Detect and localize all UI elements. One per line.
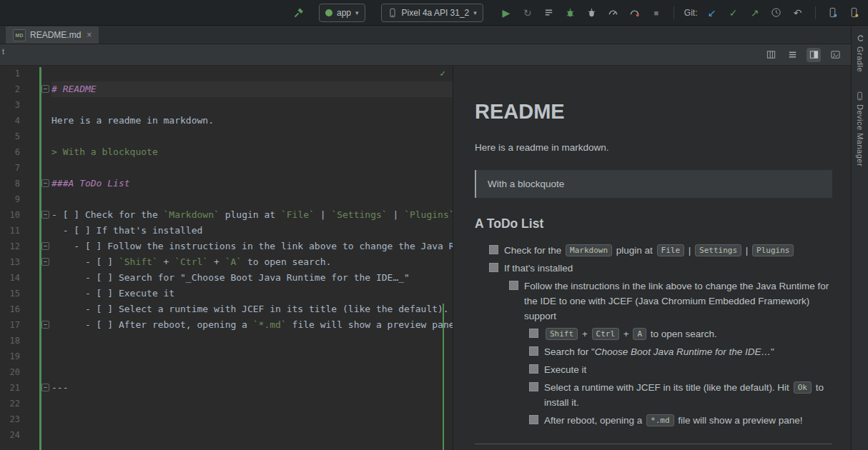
- editor-line[interactable]: ###A ToDo List: [51, 176, 453, 191]
- line-number: 21: [0, 380, 20, 396]
- run-button[interactable]: ▶: [499, 6, 513, 20]
- editor-line[interactable]: [51, 129, 453, 144]
- line-number: 6: [0, 144, 20, 160]
- line-number: 10: [0, 207, 20, 223]
- git-update-icon[interactable]: ↙: [705, 6, 719, 20]
- apply-changes-icon[interactable]: [542, 6, 556, 20]
- gutter-line: 5: [0, 129, 51, 144]
- chevron-down-icon: ▾: [473, 9, 477, 16]
- editor-line[interactable]: [51, 191, 453, 207]
- checkbox-icon: [489, 245, 498, 254]
- preview-only-icon[interactable]: [828, 48, 842, 62]
- line-number: 22: [0, 396, 20, 411]
- gutter-line: 6: [0, 144, 51, 160]
- profile-low-overhead-icon[interactable]: [628, 6, 642, 20]
- editor-line[interactable]: [51, 349, 453, 364]
- editor-line[interactable]: - [ ] Check for the `Markdown` plugin at…: [51, 207, 453, 223]
- italic-text: Choose Boot Java Runtime for the IDE…: [595, 346, 771, 357]
- attach-debugger-icon[interactable]: [585, 6, 599, 20]
- tab-readme[interactable]: MD README.md ×: [6, 26, 99, 44]
- line-number: 5: [0, 129, 20, 144]
- preview-blockquote: With a blockquote: [475, 170, 832, 198]
- editor-line[interactable]: - [ ] If that's installed: [51, 223, 453, 239]
- editor-line[interactable]: # README: [51, 81, 453, 97]
- editor-line[interactable]: [51, 396, 453, 411]
- editor-line[interactable]: > With a blockquote: [51, 144, 453, 160]
- device-icon-2[interactable]: [847, 6, 862, 20]
- editor-line[interactable]: - [ ] Search for "_Choose Boot Java Runt…: [51, 270, 453, 286]
- editor-pane[interactable]: 12−345678−910−1112−13−14151617−18192021−…: [0, 66, 453, 450]
- line-number: 16: [0, 301, 20, 317]
- editor-line[interactable]: [51, 160, 453, 176]
- todo-item: Execute it: [529, 362, 832, 377]
- gutter-line: 15: [0, 286, 51, 301]
- gutter-line: 12−: [0, 239, 51, 254]
- gutter-line: 22: [0, 396, 51, 411]
- split-view-icon[interactable]: [807, 48, 821, 62]
- line-number: 15: [0, 286, 20, 301]
- editor-line[interactable]: ---: [51, 380, 453, 396]
- line-number: 7: [0, 160, 20, 176]
- gutter-line: 21−: [0, 380, 51, 396]
- code-chip: Ctrl: [592, 328, 620, 340]
- editor-line[interactable]: [51, 97, 453, 113]
- editor-code[interactable]: # README Here is a readme in markdown. >…: [51, 66, 453, 450]
- gutter-line: 11: [0, 223, 51, 239]
- editor-only-icon[interactable]: [785, 48, 799, 62]
- editor-line[interactable]: [51, 364, 453, 380]
- editor-line[interactable]: [51, 411, 453, 427]
- inspections-ok-icon: ✓: [440, 68, 445, 79]
- fold-icon[interactable]: −: [41, 211, 49, 219]
- fold-icon[interactable]: −: [41, 242, 49, 250]
- git-push-icon[interactable]: ↗: [748, 6, 762, 20]
- fold-icon[interactable]: −: [41, 179, 49, 187]
- line-number: 8: [0, 176, 20, 191]
- app-module-icon: [325, 9, 332, 16]
- debug-icon[interactable]: [563, 6, 578, 20]
- stop-icon[interactable]: ■: [649, 6, 664, 20]
- todo-item-text: Shift + Ctrl + A to open search.: [544, 326, 832, 341]
- checkbox-icon: [529, 382, 538, 391]
- toolwindow-device-manager[interactable]: Device Manager: [855, 91, 865, 166]
- editor-line[interactable]: - [ ] Follow the instructions in the lin…: [51, 239, 453, 254]
- rollback-icon[interactable]: ↶: [791, 6, 805, 20]
- checkbox-icon: [529, 346, 538, 356]
- toolbar-separator: [815, 6, 816, 19]
- code-chip: *.md: [646, 414, 674, 426]
- git-commit-icon[interactable]: ✓: [726, 6, 741, 20]
- editor-line[interactable]: [51, 333, 453, 349]
- editor-line[interactable]: [51, 66, 453, 81]
- toolwindow-gradle[interactable]: Gradle: [855, 33, 865, 72]
- fold-icon[interactable]: −: [41, 321, 49, 329]
- editor-line[interactable]: [51, 427, 453, 443]
- fold-icon[interactable]: −: [41, 258, 49, 266]
- ide-window: app ▾ Pixel 4a API 31_2 ▾ ▶ ↻ ■ Git:: [0, 0, 868, 450]
- gutter-line: 9: [0, 191, 51, 207]
- gutter-line: 4: [0, 113, 51, 129]
- gutter-line: 20: [0, 364, 51, 380]
- git-label: Git:: [684, 8, 698, 18]
- editor-line[interactable]: - [ ] Execute it: [51, 286, 453, 301]
- line-number: 1: [0, 66, 20, 81]
- gutter-line: 14: [0, 270, 51, 286]
- gutter-line: 19: [0, 349, 51, 364]
- rerun-icon[interactable]: ↻: [521, 6, 535, 20]
- profiler-icon[interactable]: [606, 6, 621, 20]
- editor-layout-icon[interactable]: [764, 48, 778, 62]
- device-select[interactable]: Pixel 4a API 31_2 ▾: [381, 4, 483, 22]
- tab-close-icon[interactable]: ×: [87, 30, 92, 40]
- editor-line[interactable]: - [ ] After reboot, opening a `*.md` fil…: [51, 317, 453, 333]
- fold-icon[interactable]: −: [41, 85, 49, 93]
- todo-item-text: Select a runtime with JCEF in its title …: [544, 380, 832, 410]
- history-icon[interactable]: [769, 6, 784, 20]
- editor-line[interactable]: - [ ] `Shift` + `Ctrl` + `A` to open sea…: [51, 254, 453, 270]
- build-hammer-icon[interactable]: [292, 6, 306, 20]
- line-number: 3: [0, 97, 20, 113]
- editor-line[interactable]: Here is a readme in markdown.: [51, 113, 453, 129]
- toolwindow-device-manager-label: Device Manager: [856, 104, 864, 166]
- gutter-line: 2−: [0, 81, 51, 97]
- editor-line[interactable]: - [ ] Select a runtime with JCEF in its …: [51, 301, 453, 317]
- device-icon-1[interactable]: [826, 6, 840, 20]
- fold-icon[interactable]: −: [41, 384, 49, 391]
- run-config-select[interactable]: app ▾: [319, 4, 365, 22]
